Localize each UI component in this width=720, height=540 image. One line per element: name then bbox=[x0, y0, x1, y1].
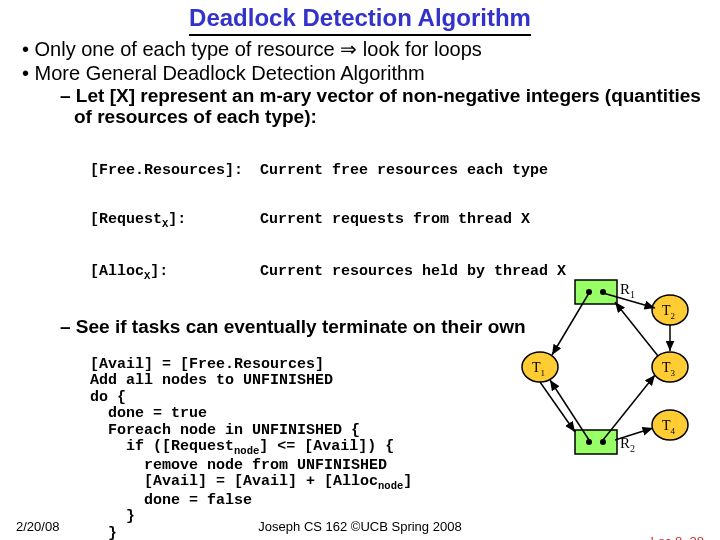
code-block: [Avail] = [Free.Resources] Add all nodes… bbox=[90, 340, 520, 540]
def-key-3a: [Alloc bbox=[90, 263, 144, 280]
code-l1: [Avail] = [Free.Resources] bbox=[90, 356, 324, 373]
svg-line-21 bbox=[615, 428, 653, 440]
svg-rect-4 bbox=[575, 430, 617, 454]
bullet-2-text: More General Deadlock Detection Algorith… bbox=[35, 62, 425, 84]
code-l5: Foreach node in UNFINISHED { bbox=[90, 422, 360, 439]
code-l8a: [Avail] = [Avail] + [Alloc bbox=[90, 473, 378, 490]
footer-course: Joseph CS 162 ©UCB Spring 2008 bbox=[0, 519, 720, 534]
def-val-2: Current requests from thread X bbox=[260, 212, 530, 231]
sub-bullet-1-text: Let [X] represent an m-ary vector of non… bbox=[74, 85, 701, 127]
footer-date: 2/20/08 bbox=[16, 519, 59, 534]
footer-lecture: Lec 8. 28 bbox=[651, 534, 705, 540]
svg-line-22 bbox=[540, 382, 575, 432]
slide-title: Deadlock Detection Algorithm bbox=[189, 4, 531, 36]
def-key-1: [Free.Resources]: bbox=[90, 162, 243, 179]
resource-graph: R1 R2 T1 T2 T3 T4 bbox=[520, 280, 700, 460]
code-l6a: if ([Request bbox=[90, 438, 234, 455]
code-l7: remove node from UNFINISHED bbox=[90, 457, 387, 474]
svg-text:R1: R1 bbox=[620, 281, 635, 300]
code-l8b: node bbox=[378, 480, 403, 492]
def-key-2a: [Request bbox=[90, 211, 162, 228]
code-l9: done = false bbox=[90, 492, 252, 509]
code-l2: Add all nodes to UNFINISHED bbox=[90, 372, 333, 389]
footer: 2/20/08 Joseph CS 162 ©UCB Spring 2008 L… bbox=[0, 519, 720, 534]
def-key-2b: ]: bbox=[168, 211, 186, 228]
code-l6b: node bbox=[234, 445, 259, 457]
def-val-1: Current free resources each type bbox=[260, 163, 548, 180]
code-l8c: ] bbox=[403, 473, 412, 490]
sub-bullet-2-text: See if tasks can eventually terminate on… bbox=[76, 316, 526, 337]
code-l6c: ] <= [Avail]) { bbox=[259, 438, 394, 455]
svg-rect-0 bbox=[575, 280, 617, 304]
sub-bullet-1: – Let [X] represent an m-ary vector of n… bbox=[74, 86, 702, 128]
svg-line-23 bbox=[550, 380, 589, 440]
bullet-2: • More General Deadlock Detection Algori… bbox=[36, 62, 702, 84]
def-key-3b: ]: bbox=[150, 263, 168, 280]
code-l4: done = true bbox=[90, 405, 207, 422]
bullet-1-text: Only one of each type of resource ⇒ look… bbox=[35, 38, 482, 60]
bullet-1: • Only one of each type of resource ⇒ lo… bbox=[36, 38, 702, 60]
code-l3: do { bbox=[90, 389, 126, 406]
svg-line-16 bbox=[552, 293, 589, 355]
